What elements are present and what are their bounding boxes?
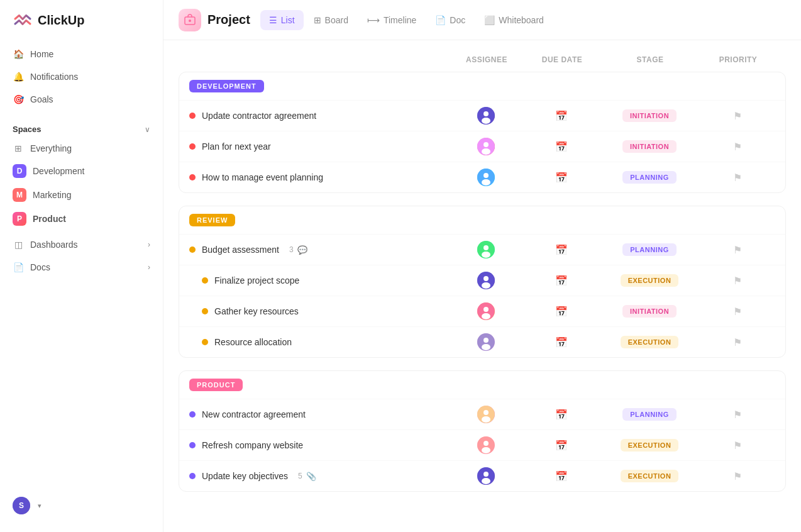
sidebar-dashboards-label: Dashboards <box>30 240 78 250</box>
tab-whiteboard[interactable]: ⬜ Whiteboard <box>475 10 553 30</box>
task-name: Update contractor agreement <box>202 111 316 121</box>
product-badge: P <box>13 212 26 226</box>
task-name: Budget assessment <box>202 245 279 255</box>
sidebar-item-home[interactable]: 🏠 Home <box>5 43 158 65</box>
user-avatar-image: S <box>13 497 30 514</box>
svg-point-33 <box>482 478 490 484</box>
stage-badge: EXECUTION <box>621 274 679 287</box>
flag-icon: ⚑ <box>733 336 742 348</box>
sidebar-item-home-label: Home <box>30 49 53 59</box>
table-row[interactable]: Budget assessment 3 💬 📅 <box>179 234 785 265</box>
svg-point-24 <box>482 344 490 350</box>
flag-icon: ⚑ <box>733 141 742 153</box>
task-name: Update key objectives <box>202 471 288 481</box>
project-box-icon <box>184 14 196 26</box>
calendar-icon: 📅 <box>555 141 568 153</box>
task-dot-icon <box>189 411 196 418</box>
svg-point-17 <box>483 276 489 281</box>
docs-icon: 📄 <box>13 262 24 273</box>
col-stage: STAGE <box>600 55 700 64</box>
svg-point-8 <box>483 142 489 147</box>
flag-icon: ⚑ <box>733 440 742 452</box>
sidebar-item-notifications[interactable]: 🔔 Notifications <box>5 65 158 88</box>
col-priority: PRIORITY <box>700 55 776 64</box>
spaces-section-header[interactable]: Spaces ∨ <box>5 121 158 138</box>
avatar <box>477 333 495 351</box>
task-name: New contractor agreement <box>202 409 306 419</box>
avatar <box>477 436 495 454</box>
flag-icon: ⚑ <box>733 306 742 318</box>
project-title-area: Project <box>179 9 250 31</box>
tab-doc[interactable]: 📄 Doc <box>426 10 474 30</box>
svg-point-3 <box>189 19 191 22</box>
table-row[interactable]: Refresh company website 📅 EXECUTION <box>179 429 785 460</box>
bell-icon: 🔔 <box>13 71 24 82</box>
svg-point-9 <box>482 148 490 155</box>
flag-icon: ⚑ <box>733 244 742 256</box>
group-header-product: PRODUCT <box>179 371 785 399</box>
svg-point-21 <box>482 313 490 319</box>
task-name: How to manage event planning <box>202 172 323 182</box>
tab-list[interactable]: ☰ List <box>260 10 304 30</box>
group-development: DEVELOPMENT Update contractor agreement <box>179 72 786 193</box>
sidebar-item-dashboards[interactable]: ◫ Dashboards › <box>5 233 158 256</box>
flag-icon: ⚑ <box>733 110 742 122</box>
footer-menu-icon: ▾ <box>38 502 41 510</box>
tab-timeline-label: Timeline <box>384 15 416 25</box>
avatar <box>477 169 495 186</box>
avatar <box>477 138 495 155</box>
svg-point-15 <box>482 252 490 258</box>
sidebar-item-goals[interactable]: 🎯 Goals <box>5 88 158 111</box>
calendar-icon: 📅 <box>555 470 568 482</box>
task-dot-icon <box>189 113 196 119</box>
sidebar-item-everything-label: Everything <box>30 143 72 153</box>
tab-board[interactable]: ⊞ Board <box>305 10 357 30</box>
table-row[interactable]: Finalize project scope 📅 EXECUTION <box>179 265 785 296</box>
sidebar-item-product[interactable]: P Product <box>5 207 158 231</box>
table-row[interactable]: How to manage event planning 📅 PLANNING <box>179 162 785 192</box>
sidebar-item-goals-label: Goals <box>30 94 53 104</box>
table-row[interactable]: Resource allocation 📅 EXECUTION ⚑ <box>179 326 785 357</box>
table-row[interactable]: Gather key resources 📅 INITIATION <box>179 296 785 326</box>
sidebar-item-development[interactable]: D Development <box>5 159 158 183</box>
calendar-icon: 📅 <box>555 244 568 256</box>
calendar-icon: 📅 <box>555 336 568 348</box>
project-title: Project <box>207 13 250 27</box>
avatar <box>477 107 495 125</box>
top-nav: ☰ List ⊞ Board ⟼ Timeline 📄 Doc ⬜ Whiteb… <box>260 10 553 30</box>
calendar-icon: 📅 <box>555 440 568 452</box>
task-name: Finalize project scope <box>214 275 299 285</box>
table-row[interactable]: Update key objectives 5 📎 📅 <box>179 460 785 491</box>
doc-tab-icon: 📄 <box>435 15 446 25</box>
table-row[interactable]: Plan for next year 📅 INITIATION ⚑ <box>179 131 785 162</box>
sidebar-item-docs[interactable]: 📄 Docs › <box>5 256 158 279</box>
tab-list-label: List <box>281 15 295 25</box>
table-row[interactable]: Update contractor agreement 📅 INITIATION <box>179 100 785 131</box>
svg-text:S: S <box>19 501 24 510</box>
stage-badge: PLANNING <box>622 408 676 421</box>
stage-badge: PLANNING <box>622 243 676 256</box>
col-due-date: DUE DATE <box>524 55 600 64</box>
tab-timeline[interactable]: ⟼ Timeline <box>358 10 425 30</box>
sidebar-item-everything[interactable]: ⊞ Everything <box>5 138 158 159</box>
spaces-section: Spaces ∨ ⊞ Everything D Development M Ma… <box>0 111 163 233</box>
top-bar: Project ☰ List ⊞ Board ⟼ Timeline 📄 Doc … <box>163 0 801 40</box>
sidebar-item-product-label: Product <box>33 214 66 224</box>
task-dot-icon <box>189 473 196 479</box>
list-tab-icon: ☰ <box>269 15 277 25</box>
col-task <box>199 55 449 64</box>
marketing-badge: M <box>13 188 26 202</box>
task-name: Refresh company website <box>202 440 303 450</box>
task-dot-icon <box>202 277 208 284</box>
sidebar-item-marketing-label: Marketing <box>33 190 71 200</box>
sidebar: ClickUp 🏠 Home 🔔 Notifications 🎯 Goals S… <box>0 0 163 532</box>
sidebar-item-marketing[interactable]: M Marketing <box>5 183 158 207</box>
svg-point-20 <box>483 307 489 312</box>
spaces-chevron-icon: ∨ <box>145 125 150 134</box>
home-icon: 🏠 <box>13 48 24 60</box>
flag-icon: ⚑ <box>733 172 742 184</box>
avatar[interactable]: S <box>13 497 30 514</box>
tab-whiteboard-label: Whiteboard <box>499 15 544 25</box>
table-row[interactable]: New contractor agreement 📅 PLANNING <box>179 399 785 429</box>
stage-badge: EXECUTION <box>621 336 679 348</box>
